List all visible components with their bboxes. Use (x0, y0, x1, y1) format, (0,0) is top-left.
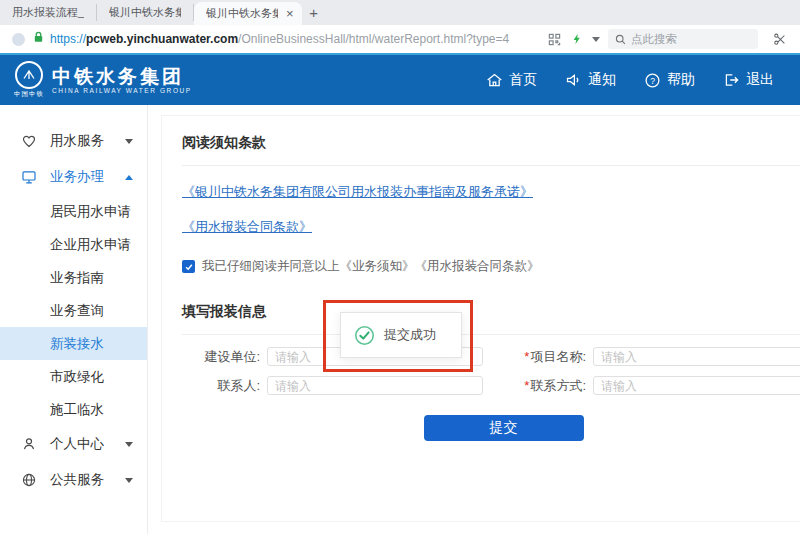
site-header: 中国中铁 中铁水务集团 CHINA RAILWAY WATER GROUP 首页… (0, 55, 800, 105)
nav-logout[interactable]: 退出 (723, 71, 774, 89)
sidebar-item-new-connection[interactable]: 新装接水 (0, 327, 147, 360)
sidebar-item-guide[interactable]: 业务指南 (0, 261, 147, 294)
sidebar-item-label: 业务办理 (50, 168, 125, 186)
sub-item-label: 业务查询 (50, 302, 104, 320)
logo-caption: 中国中铁 (14, 90, 44, 99)
browser-toolbar: https://pcweb.yinchuanwater.com/OnlineBu… (0, 25, 800, 53)
toolbar-search-box[interactable] (608, 29, 758, 49)
sidebar-item-public-service[interactable]: 公共服务 (0, 462, 147, 498)
nav-help[interactable]: ? 帮助 (644, 71, 695, 89)
section-title-read-terms: 阅读须知条款 (182, 134, 800, 152)
tab-title: 银川中铁水务集 (206, 6, 278, 21)
success-check-icon (354, 325, 375, 346)
browser-tab-1[interactable]: 用水报装流程_ (0, 4, 97, 21)
help-icon: ? (644, 72, 661, 89)
address-bar[interactable]: https://pcweb.yinchuanwater.com/OnlineBu… (50, 32, 543, 46)
submit-button[interactable]: 提交 (424, 415, 584, 441)
url-host: pcweb.yinchuanwater.com (86, 32, 238, 46)
brand-subtitle: CHINA RAILWAY WATER GROUP (52, 87, 192, 94)
sidebar-item-enterprise-apply[interactable]: 企业用水申请 (0, 228, 147, 261)
nav-label: 首页 (509, 71, 537, 89)
main-content: 阅读须知条款 《银川中铁水务集团有限公司用水报装办事指南及服务承诺》 《用水报装… (161, 115, 800, 522)
contact-person-input[interactable] (267, 376, 483, 395)
brand-logo[interactable]: 中国中铁 (14, 61, 44, 99)
divider (182, 165, 800, 166)
monitor-icon (20, 169, 37, 185)
lock-icon[interactable] (32, 30, 45, 48)
brand-text: 中铁水务集团 CHINA RAILWAY WATER GROUP (52, 66, 192, 95)
sidebar-item-resident-apply[interactable]: 居民用水申请 (0, 195, 147, 228)
chevron-down-icon[interactable] (592, 37, 600, 42)
header-nav: 首页 通知 ? 帮助 退出 (486, 71, 786, 89)
success-toast: 提交成功 (340, 312, 462, 358)
installation-form: 建设单位: *项目名称: 联系人: *联系方式: (198, 347, 800, 395)
sidebar-item-inquiry[interactable]: 业务查询 (0, 294, 147, 327)
sub-item-label: 企业用水申请 (50, 236, 131, 254)
speaker-icon (565, 72, 582, 88)
agreement-text: 我已仔细阅读并同意以上《业务须知》《用水报装合同条款》 (202, 258, 540, 275)
chevron-down-icon (125, 139, 133, 144)
tab-close-icon[interactable]: × (286, 7, 294, 20)
nav-home[interactable]: 首页 (486, 71, 537, 89)
heart-icon (20, 133, 37, 149)
nav-label: 帮助 (667, 71, 695, 89)
link-contract-terms[interactable]: 《用水报装合同条款》 (182, 218, 800, 236)
sidebar-item-business[interactable]: 业务办理 (0, 159, 147, 195)
sidebar-item-construction-water[interactable]: 施工临水 (0, 393, 147, 426)
globe-icon (20, 472, 37, 488)
sub-item-label: 居民用水申请 (50, 203, 131, 221)
sidebar: 用水服务 业务办理 居民用水申请 企业用水申请 业务指南 业务查询 新装接水 市… (0, 105, 148, 534)
search-input[interactable] (631, 33, 741, 45)
chevron-up-icon (125, 175, 133, 180)
field-label-contact-method: *联系方式: (490, 377, 586, 395)
toast-message: 提交成功 (384, 326, 436, 344)
contact-method-input[interactable] (593, 376, 800, 395)
field-label-construction-unit: 建设单位: (198, 348, 260, 366)
sub-item-label: 市政绿化 (50, 368, 104, 386)
url-path: /OnlineBusinessHall/html/waterReport.htm… (238, 32, 509, 46)
chevron-down-icon (125, 478, 133, 483)
divider (182, 334, 800, 335)
browser-tab-3-active[interactable]: 银川中铁水务集 × (194, 2, 302, 25)
check-icon (184, 262, 194, 272)
nav-notifications[interactable]: 通知 (565, 71, 616, 89)
sub-item-label: 施工临水 (50, 401, 104, 419)
search-icon (615, 34, 626, 45)
required-mark: * (524, 378, 529, 393)
sidebar-item-personal-center[interactable]: 个人中心 (0, 426, 147, 462)
sidebar-item-label: 公共服务 (50, 471, 125, 489)
nav-label: 退出 (746, 71, 774, 89)
brand-title: 中铁水务集团 (52, 66, 192, 88)
crcc-logo-icon (15, 61, 43, 89)
svg-text:?: ? (650, 75, 655, 85)
url-scheme: https:// (50, 32, 86, 46)
tab-title: 银川中铁水务集 (109, 5, 181, 20)
lightning-icon[interactable] (571, 32, 583, 46)
field-label-contact-person: 联系人: (198, 377, 260, 395)
scissors-icon[interactable] (773, 32, 787, 46)
person-icon (20, 436, 37, 452)
site-info-icon[interactable] (12, 33, 25, 46)
section-title-fill-info: 填写报装信息 (182, 303, 800, 321)
required-mark: * (524, 349, 529, 364)
agreement-row: 我已仔细阅读并同意以上《业务须知》《用水报装合同条款》 (182, 258, 800, 275)
sidebar-item-label: 用水服务 (50, 132, 125, 150)
agreement-checkbox[interactable] (182, 260, 195, 273)
sidebar-item-water-service[interactable]: 用水服务 (0, 123, 147, 159)
field-label-project-name: *项目名称: (490, 348, 586, 366)
browser-tab-bar: 用水报装流程_ 银川中铁水务集 银川中铁水务集 × + (0, 0, 800, 25)
new-tab-button[interactable]: + (302, 0, 326, 25)
browser-tab-2[interactable]: 银川中铁水务集 (97, 4, 194, 21)
project-name-input[interactable] (593, 347, 800, 366)
home-icon (486, 72, 503, 88)
nav-label: 通知 (588, 71, 616, 89)
qr-code-icon[interactable] (548, 33, 561, 46)
tab-title: 用水报装流程_ (12, 5, 84, 20)
link-service-guide[interactable]: 《银川中铁水务集团有限公司用水报装办事指南及服务承诺》 (182, 183, 800, 201)
sidebar-item-label: 个人中心 (50, 435, 125, 453)
sub-item-label: 业务指南 (50, 269, 104, 287)
logout-icon (723, 72, 740, 88)
chevron-down-icon (125, 442, 133, 447)
sidebar-item-municipal-greening[interactable]: 市政绿化 (0, 360, 147, 393)
sub-item-label: 新装接水 (50, 335, 104, 353)
